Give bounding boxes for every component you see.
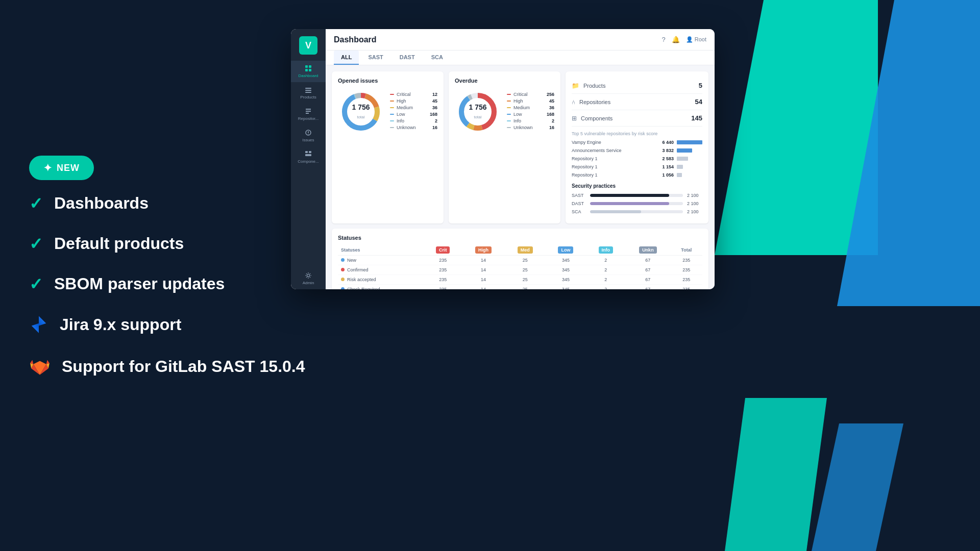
overdue-legend-critical: Critical 256 — [507, 92, 554, 97]
app-header: Dashboard ? 🔔 👤 Root — [326, 29, 715, 51]
svg-rect-3 — [309, 65, 311, 68]
col-low: Low — [546, 245, 586, 256]
tab-sca[interactable]: SCA — [424, 51, 450, 65]
sidebar: V Dashboard Products Repositor... Issues… — [291, 29, 326, 289]
svg-rect-6 — [305, 88, 311, 89]
opened-issues-donut: 1 756 total — [338, 89, 384, 135]
legend-critical: Critical 12 — [390, 92, 437, 97]
table-row: Check Required 235 14 25 345 2 67 235 — [338, 285, 702, 290]
svg-rect-13 — [309, 151, 311, 153]
svg-rect-8 — [305, 92, 311, 93]
overdue-legend-high: High 45 — [507, 98, 554, 104]
overdue-legend-unknown: Unknown 16 — [507, 125, 554, 130]
overdue-legend-medium: Medium 36 — [507, 105, 554, 110]
metric-repositories: ⑃ Repositories 54 — [572, 94, 702, 110]
feature-list: ✓ Dashboards ✓ Default products ✓ SBOM p… — [29, 194, 305, 398]
opened-issues-total: 1 756 — [352, 103, 370, 111]
repositories-icon: ⑃ — [572, 98, 575, 106]
check-icon-3: ✓ — [29, 276, 43, 292]
sidebar-label-components: Compone... — [298, 159, 318, 164]
security-practices-section: Security practices SAST 2 100 DAST 2 100 — [572, 183, 702, 214]
repo-row-5: Repository 1 1 056 — [572, 172, 702, 178]
legend-medium: Medium 36 — [390, 105, 437, 110]
user-root[interactable]: 👤 Root — [686, 36, 706, 43]
new-button[interactable]: ✦ NEW — [29, 156, 94, 180]
bg-shape-blue-bottom — [812, 423, 903, 551]
repo-row-2: Announcements Service 3 832 — [572, 147, 702, 154]
top5-repos-section: Top 5 vulnerable repositories by risk sc… — [572, 131, 702, 178]
feature-item-products: ✓ Default products — [29, 234, 305, 253]
opened-issues-legend: Critical 12 High 45 Medium 36 — [390, 92, 437, 132]
security-row-sast: SAST 2 100 — [572, 193, 702, 198]
opened-issues-label: total — [357, 115, 364, 119]
legend-info: Info 2 — [390, 118, 437, 123]
feature-text-4: Jira 9.x support — [60, 315, 181, 334]
col-total: Total — [671, 245, 702, 256]
feature-item-dashboards: ✓ Dashboards — [29, 194, 305, 213]
opened-issues-title: Opened issues — [338, 78, 437, 84]
tab-bar: ALL SAST DAST SCA — [326, 51, 715, 65]
col-unkn: Unkn — [625, 245, 670, 256]
repositories-label: Repositories — [579, 99, 610, 105]
metric-components: ⊞ Components 145 — [572, 110, 702, 127]
statuses-title: Statuses — [338, 235, 702, 241]
sidebar-item-admin[interactable]: Admin — [291, 268, 326, 289]
overdue-legend-info: Info 2 — [507, 118, 554, 123]
col-info: Info — [586, 245, 625, 256]
sidebar-item-products[interactable]: Products — [291, 82, 326, 104]
bell-icon[interactable]: 🔔 — [672, 36, 680, 43]
app-window: V Dashboard Products Repositor... Issues… — [291, 29, 715, 289]
tab-all[interactable]: ALL — [334, 51, 359, 65]
security-row-sca: SCA 2 100 — [572, 209, 702, 214]
sidebar-item-repositories[interactable]: Repositor... — [291, 104, 326, 125]
svg-rect-2 — [305, 65, 308, 68]
gitlab-icon — [29, 356, 51, 377]
overdue-chart-area: 1 756 total Critical 256 High 45 — [455, 89, 554, 135]
main-content: Dashboard ? 🔔 👤 Root ALL SAST DAST SCA O… — [326, 29, 715, 289]
new-button-label: NEW — [57, 163, 80, 173]
table-row: Confirmed 235 14 25 345 2 67 235 — [338, 265, 702, 275]
help-icon[interactable]: ? — [662, 36, 665, 43]
svg-text:V: V — [305, 40, 311, 51]
overdue-label: total — [474, 115, 481, 119]
feature-text-5: Support for GitLab SAST 15.0.4 — [62, 357, 305, 376]
opened-issues-card: Opened issues — [332, 71, 444, 223]
svg-rect-14 — [305, 154, 311, 156]
sidebar-item-components[interactable]: Compone... — [291, 146, 326, 168]
repo-row-3: Repository 1 2 583 — [572, 156, 702, 162]
overdue-total: 1 756 — [469, 103, 486, 111]
feature-text-3: SBOM parser updates — [54, 274, 225, 293]
tab-sast[interactable]: SAST — [361, 51, 390, 65]
statuses-table: Statuses Crit High Med Low Info Unkn Tot… — [338, 245, 702, 289]
svg-rect-4 — [305, 69, 308, 71]
feature-text-1: Dashboards — [54, 194, 149, 213]
right-panel: 📁 Products 5 ⑃ Repositories 54 — [566, 71, 708, 223]
repositories-value: 54 — [695, 98, 702, 106]
col-med: Med — [505, 245, 546, 256]
bg-shape-teal — [715, 0, 878, 255]
sidebar-label-issues: Issues — [302, 138, 314, 142]
repo-row-4: Repository 1 1 154 — [572, 164, 702, 170]
app-title: Dashboard — [334, 35, 377, 44]
top5-title: Top 5 vulnerable repositories by risk sc… — [572, 131, 702, 136]
legend-low: Low 168 — [390, 112, 437, 117]
overdue-legend-low: Low 168 — [507, 112, 554, 117]
statuses-card: Statuses Statuses Crit High Med Low Info… — [332, 229, 708, 289]
sidebar-label-products: Products — [300, 95, 316, 99]
products-icon: 📁 — [572, 82, 579, 89]
tab-dast[interactable]: DAST — [393, 51, 422, 65]
feature-item-jira: Jira 9.x support — [29, 315, 305, 334]
opened-issues-chart-area: 1 756 total Critical 12 High 45 — [338, 89, 437, 135]
opened-issues-center: 1 756 total — [352, 103, 370, 120]
sidebar-item-dashboard[interactable]: Dashboard — [291, 61, 326, 82]
overdue-center: 1 756 total — [469, 103, 486, 120]
check-icon-1: ✓ — [29, 195, 43, 212]
security-title: Security practices — [572, 183, 702, 189]
dashboard-body: Opened issues — [326, 65, 715, 289]
logo: V — [299, 36, 317, 57]
header-icons: ? 🔔 👤 Root — [662, 36, 706, 43]
sidebar-item-issues[interactable]: Issues — [291, 125, 326, 146]
star-icon: ✦ — [43, 162, 53, 174]
col-high: High — [462, 245, 505, 256]
components-value: 145 — [691, 114, 702, 122]
